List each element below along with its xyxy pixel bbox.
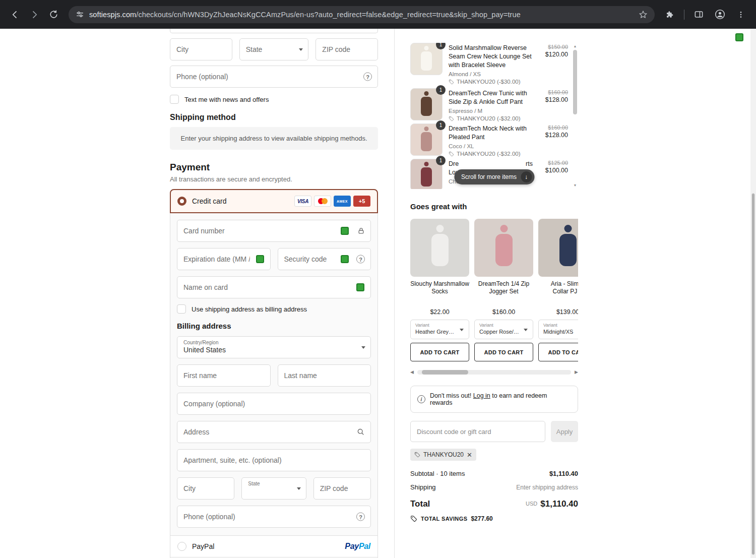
- profile-icon[interactable]: [711, 6, 729, 24]
- menu-icon[interactable]: [732, 6, 750, 24]
- cart-items-list[interactable]: 1 Solid Marshmallow Reverse Seam Crew Ne…: [410, 43, 578, 189]
- billing-phone-help-icon[interactable]: ?: [356, 513, 365, 521]
- address-field-partial[interactable]: [170, 29, 378, 33]
- scroll-left-arrow-icon[interactable]: ◀: [410, 369, 414, 375]
- down-arrow-icon: ↓: [521, 171, 532, 182]
- site-info-icon[interactable]: [76, 10, 84, 19]
- reload-button[interactable]: [44, 6, 62, 24]
- credit-card-option[interactable]: Credit card VISA AMEX +5: [170, 189, 378, 213]
- shipping-method-empty-message: Enter your shipping address to view avai…: [170, 127, 378, 150]
- payment-methods-box: Credit card VISA AMEX +5: [170, 189, 378, 558]
- variant-label: Variant: [479, 323, 522, 328]
- page-scrollbar-thumb[interactable]: [751, 193, 755, 555]
- upsell-scrollbar[interactable]: ◀ ▶: [410, 368, 578, 376]
- scroll-up-arrow-icon[interactable]: ▲: [574, 44, 577, 49]
- billing-phone-input[interactable]: [177, 506, 371, 528]
- billing-address-input[interactable]: [177, 421, 371, 443]
- upsell-product-price: $160.00: [474, 308, 533, 316]
- cart-scrollbar-thumb[interactable]: [573, 50, 577, 114]
- discount-code-input[interactable]: [410, 421, 545, 442]
- scroll-right-arrow-icon[interactable]: ▶: [575, 369, 578, 375]
- upsell-title: Goes great with: [410, 202, 578, 211]
- autofill-extension-icon[interactable]: [356, 283, 364, 291]
- upsell-card: Slouchy MarshmallowSocks $22.00 Variant …: [410, 219, 469, 361]
- bookmark-star-icon[interactable]: [639, 10, 648, 19]
- side-panel-icon[interactable]: [689, 6, 708, 24]
- original-price: $125.00: [540, 160, 568, 166]
- upsell-product-image: [474, 219, 533, 277]
- billing-same-label: Use shipping address as billing address: [192, 305, 307, 313]
- shipping-state-label: State: [246, 45, 295, 53]
- variant-label: Variant: [415, 323, 458, 328]
- shipping-zip-input[interactable]: [316, 38, 378, 60]
- news-optin-row[interactable]: Text me with news and offers: [170, 95, 378, 104]
- extensions-icon[interactable]: [661, 6, 679, 24]
- billing-state-select[interactable]: State: [241, 477, 306, 500]
- billing-first-name-input[interactable]: [177, 364, 271, 387]
- shipping-city-input[interactable]: [170, 38, 232, 60]
- paypal-radio[interactable]: [177, 542, 186, 551]
- extension-overlay-icon[interactable]: [735, 33, 743, 41]
- billing-same-checkbox[interactable]: [177, 304, 186, 314]
- security-code-help-icon[interactable]: ?: [356, 255, 365, 264]
- autofill-extension-icon[interactable]: [256, 255, 264, 263]
- remove-discount-icon[interactable]: ✕: [467, 452, 472, 458]
- tag-icon: [410, 515, 417, 522]
- cart-item-prices: $150.00 $120.00: [540, 43, 568, 85]
- shipping-state-select[interactable]: State: [239, 38, 309, 60]
- back-button[interactable]: [6, 6, 24, 24]
- subtotal-row: Subtotal · 10 items $1,110.40: [410, 470, 578, 477]
- browser-toolbar: softiespjs.com/checkouts/cn/hWN3DyZhJeac…: [0, 0, 756, 29]
- log-in-link[interactable]: Log in: [473, 392, 490, 399]
- autofill-extension-icon[interactable]: [341, 255, 349, 263]
- shipping-phone-input[interactable]: [170, 66, 378, 88]
- billing-apartment-input[interactable]: [177, 449, 371, 471]
- url-text: softiespjs.com/checkouts/cn/hWN3DyZhJeac…: [89, 11, 634, 19]
- variant-select[interactable]: Variant Midnight/XS: [538, 320, 578, 339]
- savings-label: TOTAL SAVINGS: [421, 516, 467, 522]
- name-on-card-input[interactable]: [177, 276, 371, 298]
- billing-zip-input[interactable]: [313, 477, 371, 500]
- address-bar[interactable]: softiespjs.com/checkouts/cn/hWN3DyZhJeac…: [69, 6, 655, 23]
- billing-country-select[interactable]: Country/Region United States: [177, 336, 371, 358]
- billing-city-input[interactable]: [177, 477, 234, 500]
- upsell-scrollbar-thumb[interactable]: [422, 370, 468, 375]
- paypal-label: PayPal: [192, 542, 214, 550]
- page-scrollbar[interactable]: [750, 29, 756, 558]
- billing-last-name-input[interactable]: [278, 364, 371, 387]
- cart-item-title: Solid Marshmallow Reverse Seam Crew Neck…: [449, 44, 536, 70]
- scroll-more-tooltip[interactable]: Scroll for more items ↓: [454, 169, 534, 184]
- add-to-cart-button[interactable]: ADD TO CART: [474, 343, 533, 361]
- variant-label: Variant: [543, 323, 578, 328]
- billing-company-input[interactable]: [177, 393, 371, 415]
- apply-discount-button[interactable]: Apply: [551, 421, 578, 442]
- shipping-row: Shipping Enter shipping address: [410, 483, 578, 491]
- variant-select[interactable]: Variant Heather Grey…: [410, 320, 469, 339]
- billing-same-row[interactable]: Use shipping address as billing address: [177, 304, 371, 314]
- upsell-carousel: Slouchy MarshmallowSocks $22.00 Variant …: [410, 219, 578, 361]
- cart-list-scrollbar[interactable]: ▲ ▼: [572, 44, 578, 188]
- upsell-product-image: [538, 219, 578, 277]
- current-price: $128.00: [540, 96, 568, 103]
- forward-button[interactable]: [25, 6, 43, 24]
- autofill-extension-icon[interactable]: [341, 227, 349, 235]
- quantity-badge: 1: [436, 120, 446, 130]
- chevron-down-icon: [524, 329, 528, 331]
- currency-code: USD: [526, 501, 537, 507]
- subtotal-label: Subtotal · 10 items: [410, 470, 465, 477]
- variant-select[interactable]: Variant Copper Rose/…: [474, 320, 533, 339]
- info-icon: i: [417, 395, 425, 403]
- phone-help-icon[interactable]: ?: [363, 73, 372, 81]
- news-optin-label: Text me with news and offers: [184, 96, 269, 103]
- add-to-cart-button[interactable]: ADD TO CART: [538, 343, 578, 361]
- paypal-option[interactable]: PayPal PayPal: [170, 536, 377, 557]
- credit-card-radio[interactable]: [177, 197, 186, 206]
- add-to-cart-button[interactable]: ADD TO CART: [410, 343, 469, 361]
- chevron-down-icon: [361, 346, 365, 349]
- rewards-banner: i Don't miss out! Log in to earn and red…: [410, 386, 578, 413]
- more-payment-methods-badge: +5: [353, 196, 370, 207]
- tag-icon: [449, 116, 454, 121]
- scroll-down-arrow-icon[interactable]: ▼: [574, 183, 577, 188]
- shipping-label: Shipping: [410, 483, 436, 491]
- news-optin-checkbox[interactable]: [170, 95, 179, 104]
